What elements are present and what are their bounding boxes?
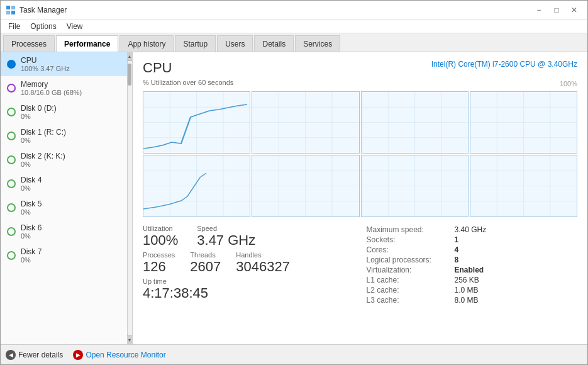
sidebar-item-disk7-text: Disk 7 0% (21, 247, 42, 264)
app-icon (6, 5, 16, 15)
sidebar-inner: CPU 100% 3.47 GHz Memory 10.8/16.0 GB (6… (1, 52, 127, 267)
sidebar-item-disk1[interactable]: Disk 1 (R: C:) 0% (1, 124, 127, 148)
sidebar-item-disk2[interactable]: Disk 2 (K: K:) 0% (1, 148, 127, 172)
l1-cache-value: 256 KB (455, 275, 578, 285)
tab-details[interactable]: Details (254, 35, 294, 52)
disk6-icon (7, 227, 16, 236)
title-bar-left: Task Manager (6, 5, 67, 15)
tab-services[interactable]: Services (295, 35, 340, 52)
l2-cache-value: 1.0 MB (455, 285, 578, 295)
chart-cell-0 (143, 91, 250, 154)
charts-container (143, 91, 577, 217)
sidebar: CPU 100% 3.47 GHz Memory 10.8/16.0 GB (6… (1, 52, 133, 344)
menu-file[interactable]: File (3, 21, 25, 32)
chart-cell-2 (361, 91, 469, 154)
stats-right: Maximum speed: 3.40 GHz Sockets: 1 Cores… (367, 225, 578, 305)
speed-stat-label: Speed (197, 225, 255, 232)
tab-processes[interactable]: Processes (3, 35, 55, 52)
cpu-model: Intel(R) Core(TM) i7-2600 CPU @ 3.40GHz (431, 60, 577, 69)
cpu-title: CPU (143, 60, 172, 76)
utilization-stat: Utilization 100% (143, 225, 178, 249)
sidebar-scrollbar[interactable]: ▲ ▼ (127, 52, 132, 344)
processes-label: Processes (143, 251, 175, 259)
virtualization-value: Enabled (455, 265, 578, 275)
disk1-icon (7, 132, 16, 140)
menu-bar: File Options View (1, 20, 587, 33)
fewer-details-icon: ◀ (6, 350, 16, 360)
disk6-value: 0% (21, 232, 42, 240)
tab-app-history[interactable]: App history (119, 35, 174, 52)
logical-processors-row: Logical processors: 8 (367, 255, 578, 265)
l3-cache-row: L3 cache: 8.0 MB (367, 295, 578, 305)
scroll-down-btn[interactable]: ▼ (127, 335, 132, 344)
speed-stat: Speed 3.47 GHz (197, 225, 255, 249)
fewer-details-glyph: ◀ (9, 352, 13, 358)
stats-left: Utilization 100% Speed 3.47 GHz Processe… (143, 225, 354, 305)
minimize-button[interactable]: − (531, 3, 547, 17)
close-button[interactable]: ✕ (566, 3, 582, 17)
sidebar-item-disk5[interactable]: Disk 5 0% (1, 196, 127, 220)
disk0-value: 0% (21, 113, 57, 120)
l2-cache-label: L2 cache: (367, 285, 455, 295)
tab-bar: Processes Performance App history Startu… (1, 33, 587, 52)
disk5-name: Disk 5 (21, 199, 42, 208)
l1-cache-label: L1 cache: (367, 275, 455, 285)
l3-cache-label: L3 cache: (367, 295, 455, 305)
sidebar-item-disk0[interactable]: Disk 0 (D:) 0% (1, 100, 127, 124)
maximize-button[interactable]: □ (548, 3, 565, 17)
menu-view[interactable]: View (62, 21, 88, 32)
cores-value: 4 (455, 245, 578, 255)
scroll-up-btn[interactable]: ▲ (127, 52, 132, 61)
fewer-details-item[interactable]: ◀ Fewer details (6, 350, 63, 360)
scroll-thumb[interactable] (128, 64, 131, 86)
resource-monitor-icon: ▶ (73, 350, 83, 360)
disk2-value: 0% (21, 160, 65, 168)
cores-label: Cores: (367, 245, 455, 255)
open-resource-monitor-item[interactable]: ▶ Open Resource Monitor (73, 350, 165, 360)
stats-section: Utilization 100% Speed 3.47 GHz Processe… (143, 225, 577, 305)
sidebar-item-disk7[interactable]: Disk 7 0% (1, 244, 127, 267)
fewer-details-label[interactable]: Fewer details (18, 351, 63, 359)
svg-rect-2 (6, 11, 10, 14)
sidebar-item-cpu[interactable]: CPU 100% 3.47 GHz (1, 52, 127, 76)
threads-stat: Threads 2607 (190, 251, 221, 275)
open-resource-monitor-label[interactable]: Open Resource Monitor (86, 351, 165, 359)
chart-cell-1 (252, 91, 359, 154)
cpu-icon (7, 60, 16, 69)
utilization-stat-label: Utilization (143, 225, 178, 232)
disk0-name: Disk 0 (D:) (21, 104, 57, 113)
max-speed-value: 3.40 GHz (455, 225, 578, 235)
disk2-name: Disk 2 (K: K:) (21, 152, 65, 160)
sidebar-item-cpu-text: CPU 100% 3.47 GHz (21, 56, 70, 72)
sockets-label: Sockets: (367, 235, 455, 245)
uptime-value: 4:17:38:45 (143, 285, 354, 301)
memory-icon (7, 84, 16, 93)
svg-rect-0 (6, 6, 10, 9)
utilization-label: % Utilization over 60 seconds (143, 79, 233, 86)
sidebar-item-disk6[interactable]: Disk 6 0% (1, 220, 127, 244)
tab-performance[interactable]: Performance (56, 35, 118, 52)
tab-startup[interactable]: Startup (175, 35, 216, 52)
disk2-icon (7, 155, 16, 164)
handles-value: 3046327 (236, 259, 290, 275)
sidebar-item-disk2-text: Disk 2 (K: K:) 0% (21, 152, 65, 168)
handles-stat: Handles 3046327 (236, 251, 290, 275)
disk5-value: 0% (21, 208, 42, 216)
sidebar-item-disk4[interactable]: Disk 4 0% (1, 172, 127, 196)
menu-options[interactable]: Options (25, 21, 61, 32)
sidebar-item-memory[interactable]: Memory 10.8/16.0 GB (68%) (1, 76, 127, 100)
scroll-up-icon: ▲ (128, 54, 132, 59)
title-bar: Task Manager − □ ✕ (1, 1, 587, 20)
cpu-value: 100% 3.47 GHz (21, 65, 70, 72)
uptime-label: Up time (143, 278, 354, 285)
tab-users[interactable]: Users (217, 35, 253, 52)
util-speed-row: Utilization 100% Speed 3.47 GHz (143, 225, 354, 249)
hundred-label: 100% (560, 80, 577, 87)
chart-svg-0 (143, 92, 250, 153)
max-speed-label: Maximum speed: (367, 225, 455, 235)
disk4-value: 0% (21, 184, 42, 192)
disk7-value: 0% (21, 256, 42, 264)
sidebar-item-disk4-text: Disk 4 0% (21, 176, 42, 192)
task-manager-window: Task Manager − □ ✕ File Options View Pro… (0, 0, 588, 365)
virtualization-label: Virtualization: (367, 265, 455, 275)
